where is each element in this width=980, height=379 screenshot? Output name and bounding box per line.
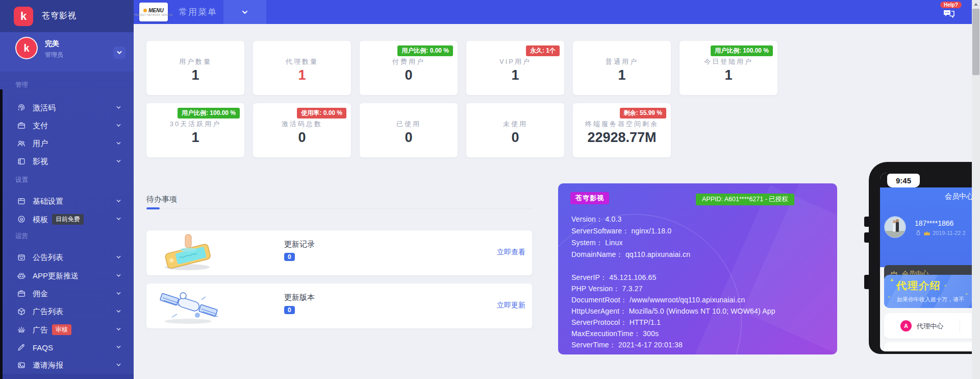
chat-icon[interactable] [942,8,956,20]
dashboard-page: k 苍穹影视 k 完美 管理员 管理 激活码 支付 用户 [0,0,980,379]
avatar: k [15,37,38,59]
chevron-down-icon [116,325,121,334]
stat-card-activation-codes-total: 使用率: 0.00 % 激活码总数 0 [253,103,351,157]
sidebar-item-invite-poster[interactable]: 邀请海报 [0,357,134,373]
siren-icon [17,325,26,334]
server-info-line: Version： 4.0.3 [571,215,622,224]
todo-item-title: 更新记录 [284,240,315,249]
divider [146,208,532,209]
users-icon [17,139,26,148]
scrollbar-thumb[interactable] [972,9,979,75]
sidebar-item-template[interactable]: 模板目前免费 [0,211,134,227]
app-header: k 苍穹影视 [0,0,134,32]
layout-icon [17,197,26,206]
todo-section-title: 待办事项 [146,195,177,204]
agent-intro-banner[interactable]: + ° ° ° 代理介绍 如果你年收入超十万，请不 [884,275,980,308]
server-info-line: HttpUserAgent： Mozilla/5.0 (Windows NT 1… [571,307,775,316]
scrollbar[interactable] [972,0,980,379]
scroll-up-arrow[interactable] [972,0,980,8]
phone-header-title: 会员中心 [945,192,973,201]
menu-button[interactable]: MENU PERFECT NETWORK SERVICE [139,3,168,21]
medal-icon [915,230,921,236]
user-panel: k 完美 管理员 [0,32,134,72]
section-label-manage: 管理 [15,81,117,89]
phone-user-name: 187****1866 [915,219,953,227]
chevron-down-icon [116,197,121,206]
phone-time: 9:45 [887,174,920,187]
agent-icon: A [900,320,912,331]
phone-side-button [864,217,869,227]
tab-common-menu[interactable]: 常用菜单 [179,0,217,24]
divider-accent [146,207,160,209]
todo-card-update-records: 更新记录 0 立即查看 [146,230,532,275]
update-records-illustration [157,233,221,272]
stat-card-vip-users: 永久: 1个 VIP用户 1 [466,41,564,95]
sidebar-item-payment[interactable]: 支付 [0,117,134,134]
chevron-down-icon [116,157,121,166]
sidebar-footer [0,374,134,379]
server-info-panel: 苍穹影视 APPID: A601****6271 - 已授权 Version： … [558,183,837,354]
status-badge: 使用率: 0.00 % [297,108,346,119]
sidebar-item-faqs[interactable]: FAQS [0,339,134,356]
divider [960,319,960,333]
topbar: MENU PERFECT NETWORK SERVICE 常用菜单 Help? [134,0,972,24]
robot-icon [17,271,26,280]
stat-card-today-login-users: 用户比例: 100.00 % 今日登陆用户 1 [680,41,777,95]
todo-item-title: 更新版本 [284,293,315,302]
fingerprint-icon [17,103,26,112]
server-info-line: MaxExecutionTime： 300s [571,329,659,339]
sidebar-item-video[interactable]: 影视 [0,153,134,170]
banner-title: 代理介绍 [896,279,941,293]
sidebar-item-ads[interactable]: 广告审核 [0,321,134,338]
server-info-line: DomainName： qq110.apixunaiai.cn [571,250,690,259]
sidebar-item-basic-settings[interactable]: 基础设置 [0,193,134,209]
view-now-link[interactable]: 立即查看 [497,248,525,257]
sidebar-item-announcements[interactable]: 公告列表 [0,249,134,266]
section-label-settings: 设置 [15,176,117,184]
server-info-line: System： Linux [571,239,623,248]
update-now-link[interactable]: 立即更新 [497,301,525,310]
window-edge [0,89,3,379]
phone-header: 会员中心 187****1866 2019-11-22 2 会员中心 [880,187,980,267]
chevron-down-icon [241,8,249,16]
chevron-down-icon [116,50,122,56]
appid-badge: APPID: A601****6271 - 已授权 [696,194,794,205]
server-info-line: PHP Version： 7.3.27 [571,285,643,294]
sidebar-item-commission[interactable]: 佣金 [0,286,134,302]
server-info-line: ServerProtocol： HTTP/1.1 [571,318,661,327]
stat-card-paid-users: 用户比例: 0.00 % 付费用户 0 [360,41,458,95]
agent-center-row[interactable]: A 代理中心 [884,313,980,339]
banner-subtitle: 如果你年收入超十万，请不 [897,296,964,303]
phone-statusbar: 9:45 [880,173,980,187]
phone-user-avatar [884,216,906,238]
sidebar-item-users[interactable]: 用户 [0,135,134,152]
user-menu-toggle[interactable] [113,46,125,59]
image-icon [17,361,26,370]
sidebar-item-activation-codes[interactable]: 激活码 [0,100,134,116]
wallet-icon [17,121,26,130]
box-icon [17,307,26,316]
stat-card-active-users-30d: 用户比例: 100.00 % 30天活跃用户 1 [146,103,244,157]
help-badge[interactable]: Help? [940,2,962,8]
menu-logo-icon [143,9,147,12]
sidebar-item-ad-list[interactable]: 广告列表 [0,303,134,320]
brand-badge: 苍穹影视 [570,192,609,204]
review-badge: 审核 [52,324,71,335]
chevron-down-icon [116,121,121,130]
stat-card-agent-count: 代理数量 1 [253,41,351,95]
status-badge: 用户比例: 0.00 % [397,45,453,56]
app-logo-icon: k [14,7,33,26]
user-role: 管理员 [45,51,63,59]
stat-card-server-space: 剩余: 55.99 % 终端服务器空间剩余 22928.77M [573,103,671,157]
todo-count-badge: 0 [284,306,295,314]
sidebar-item-app-update-push[interactable]: APP更新推送 [0,268,134,284]
tab-dropdown-toggle[interactable] [223,0,266,24]
status-badge: 用户比例: 100.00 % [711,45,773,56]
server-info-line: ServerTime： 2021-4-17 20:01:38 [571,341,683,350]
chevron-down-icon [116,253,121,262]
server-info-line: DocumentRoot： /www/wwwroot/qq110.apixuna… [571,296,745,305]
phone-partial-card [884,342,980,351]
todo-count-badge: 0 [284,253,295,261]
status-badge: 剩余: 55.99 % [620,108,666,119]
wallet-icon [17,289,26,298]
